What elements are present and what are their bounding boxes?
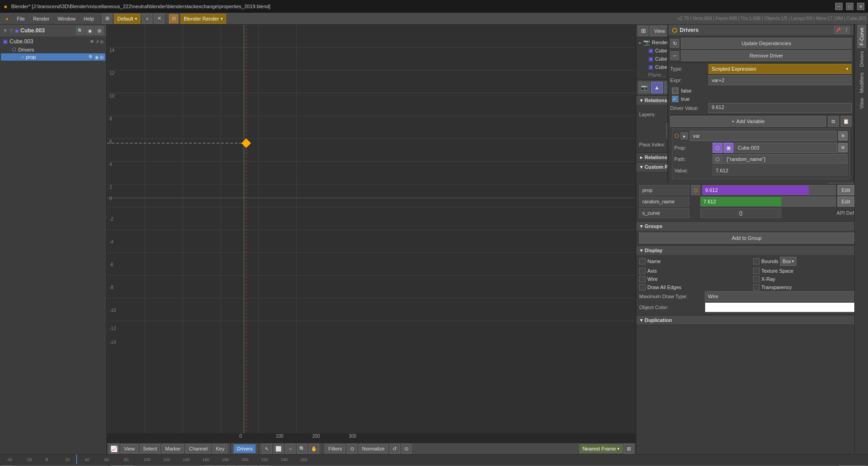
- filter-icon[interactable]: ⊙: [347, 444, 357, 454]
- var-header: ⬡ ▸ ✕: [674, 131, 847, 141]
- outliner-tool3[interactable]: ⊞: [95, 26, 103, 35]
- cube003-name: Cube.003: [10, 38, 33, 45]
- type-dropdown[interactable]: Scripted Expression ▾: [708, 64, 852, 74]
- prop-editor-icon[interactable]: ⊞: [638, 26, 648, 36]
- tree-item-cube003[interactable]: ▣ Cube.003 👁 ↗ ⊙: [1, 37, 105, 46]
- fullscreen-btn[interactable]: ⊞: [624, 444, 634, 454]
- bounds-checkbox[interactable]: [753, 258, 760, 264]
- channel-menu-btn[interactable]: Channel: [186, 444, 211, 453]
- var-expand-icon[interactable]: ▸: [681, 132, 688, 140]
- add-workspace-btn[interactable]: +: [142, 14, 152, 24]
- view-tab[interactable]: View: [857, 95, 866, 112]
- menu-blender[interactable]: ●: [2, 15, 12, 22]
- draw-all-edges-checkbox[interactable]: [639, 284, 646, 290]
- object-color-swatch[interactable]: [705, 302, 865, 312]
- prop-object-icon[interactable]: ⬡: [713, 143, 723, 153]
- prop-icon-render[interactable]: 📷: [638, 82, 650, 93]
- lasso-tool[interactable]: ○: [285, 444, 295, 454]
- display-header[interactable]: ▾ Display ⋮: [636, 246, 868, 255]
- blender-logo: ●: [4, 3, 7, 10]
- engine-dropdown[interactable]: Blender Render ▾: [181, 14, 226, 24]
- svg-text:-6: -6: [109, 262, 114, 267]
- display-title: Display: [645, 248, 662, 253]
- minimize-btn[interactable]: ─: [835, 3, 842, 10]
- var-name-input[interactable]: [690, 131, 837, 141]
- random-name-bar[interactable]: 7.612: [700, 197, 836, 207]
- remove-icon[interactable]: ─: [670, 51, 679, 60]
- transparency-checkbox[interactable]: [753, 284, 760, 290]
- wire-checkbox[interactable]: [639, 276, 646, 282]
- modifiers-tab[interactable]: Modifiers: [857, 70, 866, 96]
- normalize-btn[interactable]: Normalize: [359, 444, 388, 453]
- duplication-header[interactable]: ▾ Duplication ⋮: [636, 316, 868, 325]
- select-tool[interactable]: ↖: [262, 444, 272, 454]
- remove-driver-btn[interactable]: Remove Driver: [681, 50, 852, 61]
- svg-text:10: 10: [109, 93, 115, 98]
- prop-type-icon[interactable]: ▣: [723, 143, 734, 153]
- prop-icon-scene[interactable]: ▲: [651, 82, 663, 93]
- editor-type-icon[interactable]: 📈: [109, 444, 119, 454]
- box-select-tool[interactable]: ⬜: [274, 444, 284, 454]
- engine-icon[interactable]: ⊙: [169, 14, 179, 24]
- add-to-group-btn[interactable]: Add to Group: [639, 233, 854, 243]
- drivers-mode-btn[interactable]: Drivers: [233, 444, 256, 453]
- tree-item-drivers[interactable]: ⬡ Drivers: [1, 46, 105, 53]
- prop-clear-btn[interactable]: ✕: [838, 143, 847, 152]
- hand-tool[interactable]: ✋: [309, 444, 319, 454]
- expr-input[interactable]: [708, 75, 852, 85]
- menu-file[interactable]: File: [13, 15, 29, 22]
- axis-checkbox[interactable]: [639, 268, 646, 274]
- prop-value-field[interactable]: Cube.003: [734, 143, 837, 153]
- drivers-panel-pin[interactable]: 📌: [834, 26, 842, 34]
- update-deps-btn[interactable]: Update Dependencies: [681, 38, 852, 49]
- snap-mode-btn[interactable]: Nearest Frame ▾: [579, 444, 623, 453]
- add-var-btn[interactable]: + Add Variable: [670, 116, 826, 127]
- view-btn[interactable]: View: [650, 26, 669, 36]
- fcurve-tab[interactable]: F-Curve: [857, 25, 866, 48]
- close-btn[interactable]: ✕: [857, 3, 864, 10]
- filters-btn[interactable]: Filters: [325, 444, 345, 453]
- prop-edit-btn[interactable]: Edit: [837, 185, 854, 195]
- tree-item-prop[interactable]: ○ prop 🔍 ◉ ⊞: [1, 53, 105, 61]
- workspace-dropdown[interactable]: Default ▾: [114, 14, 140, 24]
- remove-workspace-btn[interactable]: ✕: [154, 14, 164, 24]
- copy-icon[interactable]: ⧉: [828, 116, 839, 127]
- random-name-edit-btn[interactable]: Edit: [837, 197, 854, 207]
- paste-icon[interactable]: 📋: [841, 116, 852, 127]
- drivers-tab[interactable]: Drivers: [857, 48, 866, 70]
- max-draw-dropdown[interactable]: Wire ▾: [705, 291, 865, 301]
- object-color-row: Object Color:: [639, 302, 865, 312]
- xray-checkbox[interactable]: [753, 276, 760, 282]
- duplication-title: Duplication: [645, 317, 672, 323]
- maximize-btn[interactable]: □: [846, 3, 853, 10]
- view-menu-btn[interactable]: View: [121, 444, 138, 453]
- name-checkbox[interactable]: [639, 258, 646, 264]
- prop-prop-name: prop: [639, 185, 689, 195]
- normalize-extra-icon[interactable]: ⊙: [402, 444, 412, 454]
- bounds-dropdown[interactable]: Box ▾: [780, 257, 796, 266]
- texture-space-checkbox[interactable]: [753, 268, 760, 274]
- zoom-tool[interactable]: 🔍: [297, 444, 307, 454]
- drivers-panel-dots[interactable]: ⋮: [842, 26, 850, 34]
- relations-title: Relations: [645, 98, 667, 103]
- normalize-reset-icon[interactable]: ↺: [390, 444, 400, 454]
- use-self-checkbox[interactable]: [672, 88, 678, 94]
- update-icon[interactable]: ↻: [670, 39, 679, 48]
- groups-header[interactable]: ▾ Groups ⋮: [636, 222, 868, 231]
- prop-driver-icon[interactable]: ⬡: [691, 185, 700, 195]
- select-menu-btn[interactable]: Select: [140, 444, 160, 453]
- outliner-tool1[interactable]: 🔍: [76, 26, 84, 35]
- menu-help[interactable]: Help: [80, 15, 98, 22]
- outliner-tool2[interactable]: ◉: [86, 26, 94, 35]
- snap-dropdown-arrow: ▾: [617, 446, 620, 451]
- show-debug-checkbox[interactable]: ✓: [672, 96, 678, 102]
- workspace-icon[interactable]: ⊞: [102, 14, 112, 24]
- menu-window[interactable]: Window: [54, 15, 79, 22]
- marker-menu-btn[interactable]: Marker: [162, 444, 184, 453]
- graph-canvas[interactable]: 14 12 10 8 6 4 2 0 -2 -4 -6 -8 -10 -12 -…: [107, 25, 636, 433]
- prop-bar[interactable]: 9.612: [702, 185, 836, 195]
- menu-render[interactable]: Render: [29, 15, 53, 22]
- key-menu-btn[interactable]: Key: [212, 444, 227, 453]
- var-close-btn[interactable]: ✕: [838, 131, 847, 140]
- path-field[interactable]: ["random_name"]: [723, 154, 847, 164]
